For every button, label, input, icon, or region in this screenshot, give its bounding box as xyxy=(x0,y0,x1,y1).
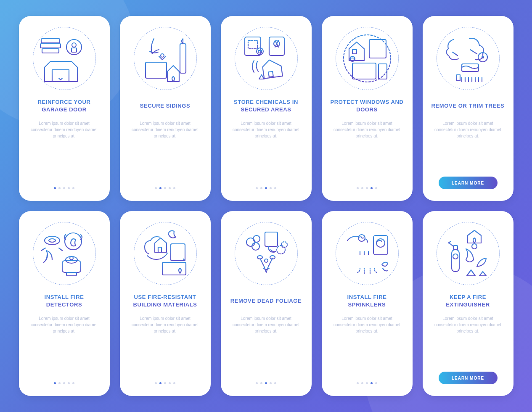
svg-rect-93 xyxy=(453,246,458,250)
pagination-dot[interactable] xyxy=(159,187,161,189)
pagination-dot[interactable] xyxy=(58,382,61,384)
pagination-dot[interactable] xyxy=(72,382,74,384)
pagination-dot[interactable] xyxy=(173,187,175,189)
pagination-dots[interactable] xyxy=(155,382,175,384)
pagination-dots[interactable] xyxy=(54,382,74,384)
svg-rect-28 xyxy=(352,50,357,54)
pagination-dot[interactable] xyxy=(357,187,359,189)
pagination-dot[interactable] xyxy=(260,382,262,384)
svg-rect-62 xyxy=(66,272,77,276)
pagination-dot[interactable] xyxy=(265,382,267,384)
svg-rect-74 xyxy=(265,232,278,246)
pagination-dot[interactable] xyxy=(164,382,166,384)
screen-body: Lorem ipsum dolor sit amet consectetur d… xyxy=(228,120,305,184)
pagination-dot[interactable] xyxy=(155,382,157,384)
svg-rect-59 xyxy=(62,261,81,272)
svg-line-48 xyxy=(470,50,477,54)
onboarding-screen-chemicals: STORE CHEMICALS IN SECURED AREASLorem ip… xyxy=(221,16,312,201)
screen-title: USE FIRE-RESISTANT BUILDING MATERIALS xyxy=(127,293,204,309)
svg-point-77 xyxy=(253,235,260,242)
onboarding-screen-detectors: INSTALL FIRE DETECTORSLorem ipsum dolor … xyxy=(19,211,110,396)
svg-point-61 xyxy=(70,256,73,260)
pagination-dot[interactable] xyxy=(371,187,373,189)
pagination-dot[interactable] xyxy=(375,382,377,384)
svg-rect-26 xyxy=(268,71,273,77)
screen-body: Lorem ipsum dolor sit amet consectetur d… xyxy=(328,120,406,184)
screen-title: INSTALL FIRE DETECTORS xyxy=(26,293,103,309)
screen-body: Lorem ipsum dolor sit amet consectetur d… xyxy=(127,120,204,184)
pagination-dot[interactable] xyxy=(274,187,276,189)
screen-title: KEEP A FIRE EXTINGUISHER xyxy=(429,293,507,309)
svg-point-78 xyxy=(252,243,259,250)
svg-rect-37 xyxy=(352,63,376,79)
pagination-dots[interactable] xyxy=(256,382,276,384)
pagination-dot[interactable] xyxy=(63,382,65,384)
screen-title: PROTECT WINDOWS AND DOORS xyxy=(328,98,406,114)
svg-point-9 xyxy=(161,54,164,57)
sidings-icon xyxy=(134,27,197,90)
pagination-dots[interactable] xyxy=(357,382,377,384)
pagination-dot[interactable] xyxy=(265,187,267,189)
svg-rect-1 xyxy=(40,44,61,48)
svg-point-87 xyxy=(376,239,385,247)
screen-body: Lorem ipsum dolor sit amet consectetur d… xyxy=(228,315,305,379)
svg-point-95 xyxy=(453,254,458,259)
garage-icon xyxy=(33,27,96,90)
pagination-dot[interactable] xyxy=(357,382,359,384)
svg-rect-41 xyxy=(378,64,387,79)
pagination-dots[interactable] xyxy=(54,187,74,189)
onboarding-screen-extinguisher: KEEP A FIRE EXTINGUISHERLorem ipsum dolo… xyxy=(423,211,513,396)
svg-rect-5 xyxy=(71,48,77,52)
pagination-dot[interactable] xyxy=(68,382,70,384)
svg-line-55 xyxy=(41,248,45,251)
pagination-dot[interactable] xyxy=(169,187,171,189)
screen-body: Lorem ipsum dolor sit amet consectetur d… xyxy=(127,315,204,379)
pagination-dot[interactable] xyxy=(72,187,74,189)
pagination-dot[interactable] xyxy=(159,382,161,384)
pagination-dot[interactable] xyxy=(68,187,70,189)
pagination-dot[interactable] xyxy=(371,382,373,384)
svg-point-54 xyxy=(49,239,56,242)
pagination-dot[interactable] xyxy=(256,187,258,189)
svg-rect-66 xyxy=(171,244,185,261)
screen-title: STORE CHEMICALS IN SECURED AREAS xyxy=(228,98,305,114)
screen-title: REMOVE OR TRIM TREES xyxy=(430,98,506,114)
extinguisher-icon xyxy=(437,222,500,285)
pagination-dot[interactable] xyxy=(155,187,157,189)
pagination-dot[interactable] xyxy=(173,382,175,384)
pagination-dots[interactable] xyxy=(155,187,175,189)
pagination-dot[interactable] xyxy=(54,382,56,384)
pagination-dot[interactable] xyxy=(270,382,272,384)
pagination-dots[interactable] xyxy=(357,187,377,189)
pagination-dot[interactable] xyxy=(260,187,262,189)
screen-body: Lorem ipsum dolor sit amet consectetur d… xyxy=(26,315,103,379)
materials-icon xyxy=(134,222,197,285)
svg-rect-0 xyxy=(41,39,60,43)
pagination-dot[interactable] xyxy=(366,187,368,189)
screen-body: Lorem ipsum dolor sit amet consectetur d… xyxy=(429,315,507,368)
pagination-dot[interactable] xyxy=(164,187,166,189)
onboarding-screen-sidings: SECURE SIDINGSLorem ipsum dolor sit amet… xyxy=(120,16,211,201)
svg-point-91 xyxy=(472,244,477,249)
screen-title: INSTALL FIRE SPRINKLERS xyxy=(328,293,406,309)
pagination-dot[interactable] xyxy=(361,382,363,384)
pagination-dot[interactable] xyxy=(375,187,377,189)
pagination-dot[interactable] xyxy=(63,187,65,189)
pagination-dot[interactable] xyxy=(366,382,368,384)
pagination-dot[interactable] xyxy=(54,187,56,189)
learn-more-button[interactable]: LEARN MORE xyxy=(439,177,498,189)
svg-point-19 xyxy=(257,48,263,55)
screen-title: REINFORCE YOUR GARAGE DOOR xyxy=(26,98,103,114)
svg-point-58 xyxy=(65,233,82,250)
pagination-dot[interactable] xyxy=(361,187,363,189)
pagination-dot[interactable] xyxy=(256,382,258,384)
learn-more-button[interactable]: LEARN MORE xyxy=(439,372,498,384)
pagination-dots[interactable] xyxy=(256,187,276,189)
pagination-dot[interactable] xyxy=(270,187,272,189)
pagination-dot[interactable] xyxy=(169,382,171,384)
onboarding-screen-materials: USE FIRE-RESISTANT BUILDING MATERIALSLor… xyxy=(120,211,211,396)
pagination-dot[interactable] xyxy=(58,187,61,189)
pagination-dot[interactable] xyxy=(274,382,276,384)
svg-rect-92 xyxy=(452,250,459,272)
svg-rect-69 xyxy=(162,262,186,275)
